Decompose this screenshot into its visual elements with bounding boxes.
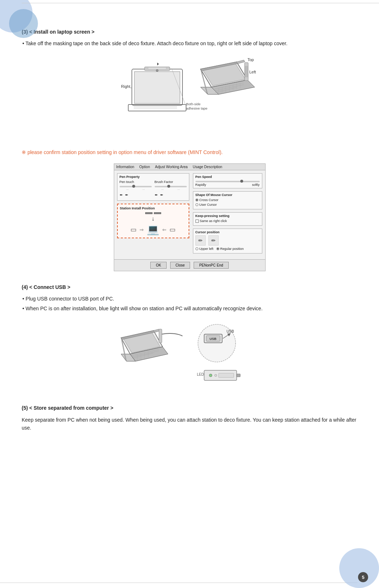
pen-touch-label: Pen touch	[120, 180, 152, 184]
deco-circle-large	[0, 0, 33, 33]
section-4-bullet1: Plug USB connector to USB port of PC.	[22, 295, 357, 303]
shape-cursor-label: Shape Of Mouse Cursor	[195, 193, 260, 197]
upper-left-radio[interactable]	[195, 247, 198, 250]
page-number: 5	[358, 572, 368, 582]
menu-usage: Usage Description	[193, 165, 222, 169]
laptop-diagram: Right, Both-side adhesive tape	[22, 55, 357, 138]
section-5-text: Keep separate from PC when not being use…	[22, 416, 357, 432]
cursor-img-2: ✏	[208, 235, 219, 246]
svg-marker-20	[237, 60, 245, 64]
cross-cursor-radio[interactable]	[195, 199, 198, 201]
top-decorative-line	[22, 3, 379, 3]
usb-diagram-container: USB USB LED	[22, 320, 357, 392]
svg-point-55	[209, 374, 212, 377]
svg-rect-58	[237, 374, 240, 377]
section-5-header: (5) < Store separated from computer >	[22, 405, 357, 411]
brush-factor-thumb	[167, 185, 170, 188]
station-install-label: Station Install Position	[120, 206, 186, 210]
dialog-footer: OK Close PENonPC End	[114, 259, 265, 271]
pen-icons-row: ✒ ✒	[120, 193, 152, 197]
svg-rect-1	[134, 72, 180, 103]
user-cursor-option[interactable]: User Cursor	[195, 203, 260, 206]
cursor-position-label: Cursor position	[195, 230, 260, 234]
cross-cursor-label: Cross Cursor	[199, 198, 219, 202]
regular-radio[interactable]	[216, 247, 219, 250]
keep-pressing-group: Keep-pressing setting Same as right clic…	[193, 212, 262, 226]
pen-speed-label: Pen Speed	[195, 175, 260, 179]
section-3-header: (3) < Install on laptop screen >	[22, 29, 357, 35]
arrow-left-1: ⇐	[162, 227, 167, 233]
pen-icon-2: ✒	[125, 193, 128, 197]
pen-touch-dots: ··· ···	[120, 188, 152, 191]
svg-text:USB: USB	[227, 329, 234, 333]
regular-option[interactable]: Regular position	[216, 247, 244, 251]
cross-cursor-option[interactable]: Cross Cursor	[195, 198, 260, 202]
brush-factor-slider[interactable]	[155, 186, 187, 187]
pen-speed-thumb	[240, 180, 243, 183]
svg-text:Top: Top	[247, 57, 254, 62]
brush-dots: ··· ···	[155, 188, 187, 191]
brush-icons-row: ✒ ✒	[155, 193, 187, 197]
dialog-left-col: Pen Property Pen touch ···	[117, 173, 189, 256]
keep-pressing-label: Keep-pressing setting	[195, 214, 260, 218]
cursor-pos-images: ✏ ✏	[195, 235, 260, 246]
dialog-body: Pen Property Pen touch ···	[114, 170, 265, 259]
brush-factor-label: Brush Factor	[155, 180, 187, 184]
section-4-bullet2: When PC is on after installation, blue l…	[22, 305, 357, 312]
svg-rect-19	[245, 66, 248, 77]
laptop-diagram-svg: Right, Both-side adhesive tape	[114, 55, 266, 138]
upper-left-label: Upper left	[199, 247, 214, 251]
station-install-group: Station Install Position ↓ ▭ ⇒	[117, 204, 189, 238]
pen-speed-labels: Rapidly softly	[195, 183, 260, 187]
cursor-position-group: Cursor position ✏ ✏ Upper left	[193, 229, 262, 253]
penon-button[interactable]: PENonPC End	[194, 262, 228, 269]
pen-subgroup: Pen touch ··· ···	[120, 180, 187, 197]
left-device-icon: ▭	[130, 226, 137, 234]
svg-text:LED: LED	[197, 372, 204, 376]
pen-speed-slider[interactable]	[195, 181, 260, 182]
pen-property-label: Pen Property	[120, 175, 187, 179]
station-pos-icons: ▭ ⇒ 💻 ⇐ ▭	[120, 223, 186, 235]
close-button[interactable]: Close	[170, 262, 190, 269]
svg-text:Both-side: Both-side	[186, 102, 201, 106]
svg-point-56	[215, 374, 217, 376]
svg-point-7	[156, 69, 158, 72]
deco-circle-br	[339, 548, 379, 588]
pen-touch-item: Pen touch ··· ···	[120, 180, 152, 197]
software-dialog: Information Option Adjust Working Area U…	[114, 163, 266, 271]
deco-bottom-right	[332, 541, 379, 588]
menu-option: Option	[139, 165, 150, 169]
brush-icon-1: ✒	[155, 193, 158, 197]
section-3: (3) < Install on laptop screen > Take of…	[22, 29, 357, 271]
svg-text:adhesive tape: adhesive tape	[186, 106, 207, 110]
connector-bar-1	[145, 212, 152, 214]
same-as-right-option[interactable]: Same as right click	[195, 219, 260, 223]
main-content: (3) < Install on laptop screen > Take of…	[22, 29, 357, 432]
section-5: (5) < Store separated from computer > Ke…	[22, 405, 357, 432]
arrow-right-1: ⇒	[139, 227, 144, 233]
software-dialog-container: Information Option Adjust Working Area U…	[22, 163, 357, 271]
pen-icon-1: ✒	[120, 193, 123, 197]
ok-button[interactable]: OK	[150, 262, 166, 269]
same-as-right-label: Same as right click	[200, 219, 227, 223]
rapidly-label: Rapidly	[195, 183, 206, 187]
section-4-header: (4) < Connect USB >	[22, 284, 357, 290]
svg-text:Left: Left	[249, 70, 256, 74]
laptop-icon: 💻	[147, 223, 159, 235]
usb-diagram-svg: USB USB LED	[114, 320, 266, 392]
brush-icon-2: ✒	[160, 193, 163, 197]
user-cursor-label: User Cursor	[199, 203, 217, 206]
same-as-right-checkbox[interactable]	[195, 220, 199, 223]
connector-bar-2	[154, 212, 161, 214]
upper-left-option[interactable]: Upper left	[195, 247, 214, 251]
pen-touch-slider[interactable]	[120, 186, 152, 187]
regular-label: Regular position	[220, 247, 244, 251]
softly-label: softly	[252, 183, 259, 187]
section-4: (4) < Connect USB > Plug USB connector t…	[22, 284, 357, 392]
down-arrow: ↓	[120, 216, 186, 222]
shape-cursor-group: Shape Of Mouse Cursor Cross Cursor User …	[193, 191, 262, 209]
user-cursor-radio[interactable]	[195, 203, 198, 206]
pen-property-group: Pen Property Pen touch ···	[117, 173, 189, 201]
cursor-img-1: ✏	[195, 235, 206, 246]
svg-text:USB: USB	[210, 337, 217, 341]
